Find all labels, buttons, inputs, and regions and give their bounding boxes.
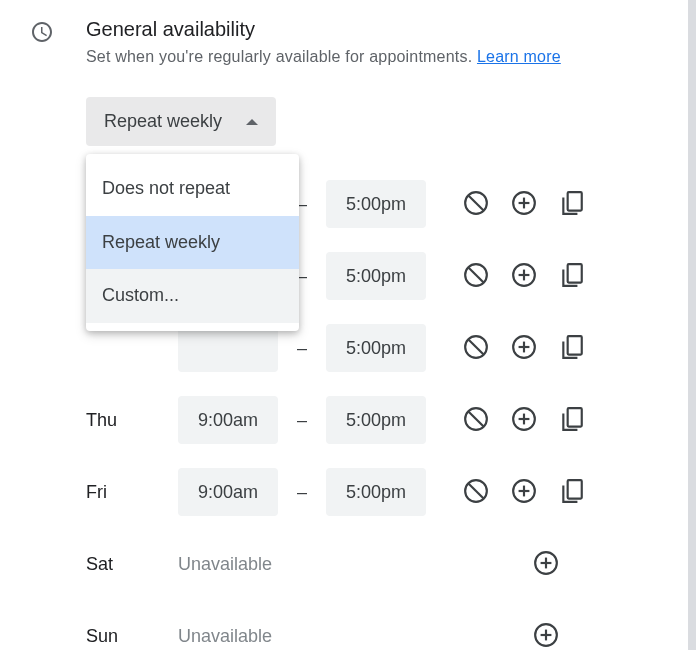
- plus-circle-icon: [511, 406, 537, 435]
- time-dash: –: [278, 338, 326, 359]
- copy-icon: [559, 262, 585, 291]
- end-time-input[interactable]: 5:00pm: [326, 468, 426, 516]
- svg-rect-17: [568, 336, 582, 354]
- day-row-sun: Sun Unavailable: [86, 600, 644, 650]
- end-time-input[interactable]: 5:00pm: [326, 180, 426, 228]
- unavailable-button[interactable]: [462, 190, 490, 218]
- copy-button[interactable]: [558, 406, 586, 434]
- time-dash: –: [278, 410, 326, 431]
- unavailable-button[interactable]: [462, 478, 490, 506]
- day-label: Sat: [86, 554, 178, 575]
- copy-button[interactable]: [558, 262, 586, 290]
- day-label: Fri: [86, 482, 178, 503]
- plus-circle-icon: [511, 478, 537, 507]
- learn-more-link[interactable]: Learn more: [477, 48, 561, 65]
- day-row-thu: Thu 9:00am – 5:00pm: [86, 384, 676, 456]
- clock-icon: [22, 18, 62, 44]
- start-time-input[interactable]: 9:00am: [178, 468, 278, 516]
- svg-rect-29: [568, 480, 582, 498]
- add-time-button[interactable]: [532, 622, 560, 650]
- add-time-button[interactable]: [510, 406, 538, 434]
- copy-icon: [559, 190, 585, 219]
- unavailable-button[interactable]: [462, 334, 490, 362]
- copy-button[interactable]: [558, 334, 586, 362]
- block-icon: [463, 478, 489, 507]
- chevron-up-icon: [246, 119, 258, 125]
- day-label: Thu: [86, 410, 178, 431]
- plus-circle-icon: [511, 190, 537, 219]
- block-icon: [463, 190, 489, 219]
- plus-circle-icon: [533, 550, 559, 579]
- block-icon: [463, 334, 489, 363]
- svg-rect-11: [568, 264, 582, 282]
- block-icon: [463, 262, 489, 291]
- start-time-input[interactable]: [178, 324, 278, 372]
- svg-line-25: [468, 483, 483, 498]
- section-subtitle: Set when you're regularly available for …: [86, 45, 676, 69]
- block-icon: [463, 406, 489, 435]
- end-time-input[interactable]: 5:00pm: [326, 396, 426, 444]
- add-time-button[interactable]: [532, 550, 560, 578]
- subtitle-text: Set when you're regularly available for …: [86, 48, 477, 65]
- plus-circle-icon: [533, 622, 559, 651]
- unavailable-label: Unavailable: [178, 554, 272, 575]
- add-time-button[interactable]: [510, 190, 538, 218]
- start-time-input[interactable]: 9:00am: [178, 396, 278, 444]
- copy-icon: [559, 334, 585, 363]
- plus-circle-icon: [511, 334, 537, 363]
- day-row-fri: Fri 9:00am – 5:00pm: [86, 456, 676, 528]
- svg-line-13: [468, 339, 483, 354]
- repeat-dropdown-label: Repeat weekly: [104, 111, 222, 132]
- repeat-dropdown-menu: Does not repeat Repeat weekly Custom...: [86, 154, 299, 331]
- copy-icon: [559, 478, 585, 507]
- copy-button[interactable]: [558, 190, 586, 218]
- svg-rect-23: [568, 408, 582, 426]
- day-label: Sun: [86, 626, 178, 647]
- unavailable-button[interactable]: [462, 406, 490, 434]
- add-time-button[interactable]: [510, 334, 538, 362]
- time-dash: –: [278, 482, 326, 503]
- section-title: General availability: [86, 18, 676, 41]
- add-time-button[interactable]: [510, 262, 538, 290]
- add-time-button[interactable]: [510, 478, 538, 506]
- end-time-input[interactable]: 5:00pm: [326, 324, 426, 372]
- unavailable-label: Unavailable: [178, 626, 272, 647]
- svg-line-7: [468, 267, 483, 282]
- day-row-sat: Sat Unavailable: [86, 528, 644, 600]
- end-time-input[interactable]: 5:00pm: [326, 252, 426, 300]
- plus-circle-icon: [511, 262, 537, 291]
- svg-line-1: [468, 195, 483, 210]
- copy-icon: [559, 406, 585, 435]
- dropdown-option-custom[interactable]: Custom...: [86, 269, 299, 323]
- svg-line-19: [468, 411, 483, 426]
- dropdown-option-does-not-repeat[interactable]: Does not repeat: [86, 162, 299, 216]
- repeat-dropdown-trigger[interactable]: Repeat weekly: [86, 97, 276, 146]
- svg-rect-5: [568, 192, 582, 210]
- dropdown-option-repeat-weekly[interactable]: Repeat weekly: [86, 216, 299, 270]
- copy-button[interactable]: [558, 478, 586, 506]
- unavailable-button[interactable]: [462, 262, 490, 290]
